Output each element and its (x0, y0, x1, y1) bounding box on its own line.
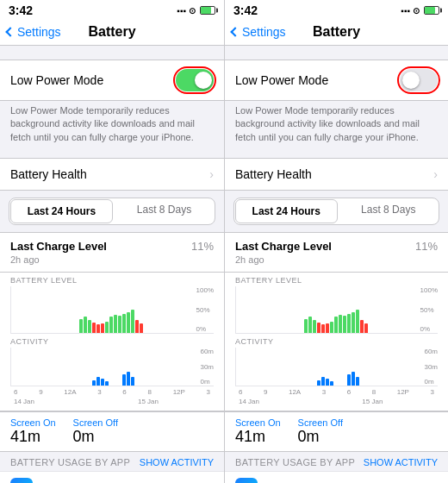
status-bar: 3:42 ▪▪▪ ⊙ (225, 0, 448, 19)
battery-bar (347, 314, 351, 334)
battery-health-row[interactable]: Battery Health › (225, 159, 448, 190)
low-power-label: Low Power Mode (10, 73, 103, 87)
screen-on-stat: Screen On 41m (235, 417, 281, 446)
low-power-section: Low Power Mode (225, 60, 448, 101)
low-power-toggle[interactable] (400, 69, 438, 91)
date-labels: 14 Jan15 Jan (235, 398, 438, 405)
time-btn-8d[interactable]: Last 8 Days (339, 198, 439, 224)
page-title: Battery (88, 24, 135, 40)
battery-chart: 100% 50% 0% (10, 286, 214, 334)
activity-bar (131, 377, 134, 386)
status-icons: ▪▪▪ ⊙ (401, 6, 439, 16)
screen-off-label: Screen Off (298, 417, 343, 428)
date-label: 15 Jan (362, 398, 383, 405)
x-label: 3 (430, 388, 433, 396)
x-label: 6 (239, 388, 242, 396)
low-power-toggle[interactable] (176, 69, 214, 91)
app-row[interactable]: 🏠 Home & Lock Screen 91% (225, 471, 448, 483)
nav-bar: Settings Battery (225, 19, 448, 46)
activity-bar (347, 374, 351, 386)
battery-bar (356, 310, 359, 333)
y-label-50: 50% (196, 306, 214, 314)
back-button[interactable]: Settings (232, 25, 286, 39)
panel-right: 3:42 ▪▪▪ ⊙ Settings Battery Low Power Mo… (224, 0, 448, 483)
activity-bar (356, 377, 359, 386)
screen-off-label: Screen Off (73, 417, 118, 428)
activity-bar (330, 381, 333, 386)
battery-bar (88, 320, 91, 333)
charge-level-section: Last Charge Level 11% 2h ago (225, 232, 448, 273)
x-label: 9 (39, 388, 42, 396)
activity-y-labels: 60m 30m 0m (424, 348, 438, 386)
x-label: 6 (14, 388, 17, 396)
wifi-icon: ⊙ (189, 6, 196, 16)
y-label-100: 100% (420, 286, 438, 294)
status-bar: 3:42 ▪▪▪ ⊙ (0, 0, 224, 19)
battery-bars (11, 286, 214, 333)
battery-level-label: BATTERY LEVEL (235, 276, 438, 285)
status-icons: ▪▪▪ ⊙ (177, 6, 215, 16)
x-label: 8 (372, 388, 376, 396)
battery-bar (317, 323, 320, 333)
app-row[interactable]: 🏠 Home & Lock Screen 91% (0, 471, 224, 483)
activity-bar (92, 380, 96, 386)
time-btn-24h[interactable]: Last 24 Hours (10, 199, 113, 223)
battery-bar (92, 323, 96, 333)
charge-level-title: Last Charge Level (235, 240, 332, 253)
usage-header: BATTERY USAGE BY APP SHOW ACTIVITY (0, 452, 224, 471)
battery-level-label: BATTERY LEVEL (10, 276, 214, 285)
back-button[interactable]: Settings (7, 25, 61, 39)
date-label: 14 Jan (239, 398, 259, 405)
activity-bar (96, 377, 100, 386)
screen-on-label: Screen On (10, 417, 56, 428)
x-label: 3 (97, 388, 101, 396)
x-axis-labels: 6912A36812P3 (235, 388, 438, 396)
battery-health-row[interactable]: Battery Health › (0, 159, 224, 190)
y-label-0m: 0m (424, 378, 438, 386)
screen-off-value: 0m (73, 428, 118, 446)
y-label-0: 0% (196, 325, 214, 333)
activity-bar (352, 372, 355, 386)
nav-bar: Settings Battery (0, 19, 224, 46)
date-labels: 14 Jan15 Jan (10, 398, 214, 405)
battery-bar (364, 323, 368, 333)
y-label-60m: 60m (200, 348, 214, 355)
time-btn-8d[interactable]: Last 8 Days (114, 198, 215, 224)
activity-chart: 60m 30m 0m (10, 348, 214, 386)
x-label: 8 (147, 388, 151, 396)
battery-bar (313, 320, 316, 333)
show-activity-button[interactable]: SHOW ACTIVITY (140, 457, 214, 467)
activity-bar (127, 372, 130, 386)
battery-bar (127, 312, 130, 333)
low-power-description: Low Power Mode temporarily reduces backg… (225, 101, 448, 151)
battery-icon (200, 6, 215, 15)
time-period-selector: Last 24 Hours Last 8 Days (9, 198, 215, 225)
date-label: 15 Jan (138, 398, 159, 405)
battery-health-section: Battery Health › (225, 158, 448, 191)
time-btn-24h[interactable]: Last 24 Hours (235, 199, 338, 223)
battery-bar (101, 323, 104, 333)
x-label: 12P (397, 388, 409, 396)
charge-level-section: Last Charge Level 11% 2h ago (0, 232, 224, 273)
show-activity-button[interactable]: SHOW ACTIVITY (364, 457, 438, 467)
activity-bars (236, 348, 438, 386)
battery-bar (140, 323, 143, 333)
screen-stats: Screen On 41m Screen Off 0m (0, 411, 224, 452)
activity-bar (326, 379, 329, 386)
status-time: 3:42 (9, 3, 33, 17)
activity-bar (321, 377, 325, 386)
battery-bar (122, 314, 126, 334)
x-label: 6 (122, 388, 126, 396)
back-label: Settings (17, 25, 61, 39)
battery-bar (109, 317, 113, 333)
date-label: 14 Jan (14, 398, 34, 405)
signal-icon: ▪▪▪ (401, 6, 410, 16)
battery-usage-title: BATTERY USAGE BY APP (235, 457, 355, 467)
battery-y-labels: 100% 50% 0% (196, 286, 214, 333)
x-label: 12A (289, 388, 301, 396)
battery-health-label: Battery Health (10, 167, 87, 181)
screen-on-label: Screen On (235, 417, 281, 428)
low-power-label: Low Power Mode (235, 73, 328, 87)
battery-bar (321, 324, 325, 333)
chevron-left-icon (230, 27, 240, 36)
